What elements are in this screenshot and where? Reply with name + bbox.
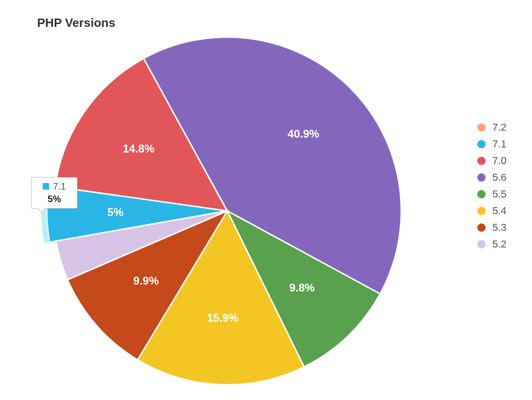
legend-swatch xyxy=(477,190,486,198)
slice-label: 15.9% xyxy=(207,311,238,324)
legend-item[interactable]: 5.3 xyxy=(477,222,506,233)
pie-chart: 5%14.8%40.9%9.8%15.9%9.9% xyxy=(32,16,413,396)
tooltip-swatch xyxy=(43,183,49,190)
legend-swatch xyxy=(477,223,486,232)
slice-label: 9.8% xyxy=(289,281,315,294)
legend-label: 5.3 xyxy=(492,222,506,233)
tooltip: 7.1 5% xyxy=(31,177,77,209)
legend-item[interactable]: 5.4 xyxy=(477,206,506,216)
legend: 7.27.17.05.65.55.45.35.2 xyxy=(477,116,506,256)
legend-label: 7.1 xyxy=(492,139,506,149)
tooltip-series-name: 7.1 xyxy=(53,181,66,192)
chart-container: PHP Versions 5%14.8%40.9%9.8%15.9%9.9% 7… xyxy=(0,0,532,400)
legend-item[interactable]: 7.2 xyxy=(477,122,506,133)
legend-label: 7.2 xyxy=(492,122,506,133)
slice-label: 9.9% xyxy=(134,274,159,287)
tooltip-value: 5% xyxy=(38,194,71,204)
legend-label: 5.6 xyxy=(492,172,506,183)
legend-swatch xyxy=(477,240,486,248)
slice-label: 14.8% xyxy=(123,142,154,155)
legend-label: 5.4 xyxy=(492,206,506,216)
legend-swatch xyxy=(477,157,486,165)
slice-label: 5% xyxy=(108,206,124,218)
legend-swatch xyxy=(477,123,486,132)
legend-label: 5.5 xyxy=(492,189,506,199)
legend-swatch xyxy=(477,173,486,182)
legend-swatch xyxy=(477,207,486,215)
legend-item[interactable]: 7.1 xyxy=(477,139,506,149)
legend-label: 5.2 xyxy=(492,239,506,249)
legend-label: 7.0 xyxy=(492,156,506,166)
legend-swatch xyxy=(477,140,486,148)
legend-item[interactable]: 5.6 xyxy=(477,172,506,183)
legend-item[interactable]: 5.5 xyxy=(477,189,506,199)
legend-item[interactable]: 7.0 xyxy=(477,156,506,166)
legend-item[interactable]: 5.2 xyxy=(477,239,506,249)
slice-label: 40.9% xyxy=(288,127,319,140)
